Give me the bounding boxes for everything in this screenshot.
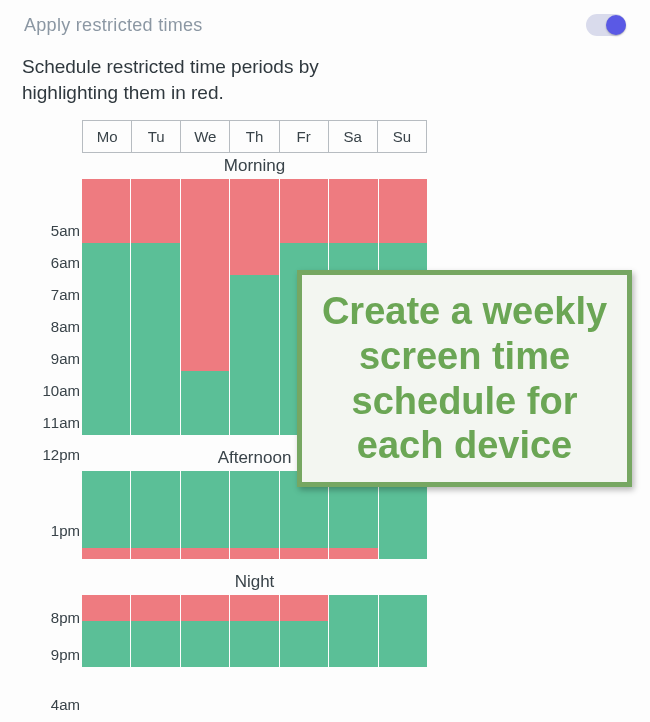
schedule-cell[interactable] xyxy=(131,471,179,482)
day-header[interactable]: Su xyxy=(378,120,427,153)
schedule-cell[interactable] xyxy=(131,548,179,559)
schedule-cell[interactable] xyxy=(329,179,377,211)
schedule-cell[interactable] xyxy=(82,307,130,339)
schedule-cell[interactable] xyxy=(230,537,278,548)
schedule-cell[interactable] xyxy=(280,548,328,559)
schedule-cell[interactable] xyxy=(131,504,179,515)
schedule-cell[interactable] xyxy=(82,471,130,482)
schedule-cell[interactable] xyxy=(230,339,278,371)
schedule-cell[interactable] xyxy=(131,482,179,493)
apply-restricted-toggle[interactable] xyxy=(586,14,626,36)
schedule-cell[interactable] xyxy=(181,482,229,493)
schedule-cell[interactable] xyxy=(82,243,130,275)
schedule-cell[interactable] xyxy=(131,403,179,435)
schedule-cell[interactable] xyxy=(131,179,179,211)
schedule-cell[interactable] xyxy=(329,515,377,526)
schedule-cell[interactable] xyxy=(131,307,179,339)
schedule-cell[interactable] xyxy=(82,403,130,435)
schedule-cell[interactable] xyxy=(329,504,377,515)
schedule-cell[interactable] xyxy=(82,371,130,403)
schedule-cell[interactable] xyxy=(131,595,179,621)
schedule-cell[interactable] xyxy=(379,179,427,211)
day-header[interactable]: Sa xyxy=(329,120,378,153)
schedule-cell[interactable] xyxy=(379,595,427,621)
schedule-cell[interactable] xyxy=(379,211,427,243)
schedule-cell[interactable] xyxy=(82,537,130,548)
schedule-cell[interactable] xyxy=(230,504,278,515)
schedule-cell[interactable] xyxy=(329,493,377,504)
schedule-cell[interactable] xyxy=(280,621,328,667)
schedule-cell[interactable] xyxy=(82,526,130,537)
afternoon-bottom-row[interactable] xyxy=(82,548,427,559)
schedule-cell[interactable] xyxy=(230,275,278,307)
schedule-cell[interactable] xyxy=(230,482,278,493)
day-header[interactable]: Mo xyxy=(82,120,132,153)
schedule-cell[interactable] xyxy=(181,211,229,243)
schedule-cell[interactable] xyxy=(181,504,229,515)
schedule-cell[interactable] xyxy=(181,537,229,548)
day-header[interactable]: Th xyxy=(230,120,279,153)
schedule-cell[interactable] xyxy=(181,515,229,526)
schedule-cell[interactable] xyxy=(82,548,130,559)
schedule-cell[interactable] xyxy=(280,537,328,548)
schedule-cell[interactable] xyxy=(230,595,278,621)
schedule-cell[interactable] xyxy=(230,243,278,275)
schedule-cell[interactable] xyxy=(230,493,278,504)
schedule-cell[interactable] xyxy=(280,515,328,526)
schedule-cell[interactable] xyxy=(82,595,130,621)
schedule-cell[interactable] xyxy=(379,504,427,515)
schedule-cell[interactable] xyxy=(329,621,377,667)
schedule-cell[interactable] xyxy=(82,482,130,493)
schedule-cell[interactable] xyxy=(181,339,229,371)
schedule-cell[interactable] xyxy=(230,526,278,537)
schedule-cell[interactable] xyxy=(181,526,229,537)
schedule-cell[interactable] xyxy=(230,621,278,667)
schedule-cell[interactable] xyxy=(379,537,427,548)
schedule-cell[interactable] xyxy=(329,211,377,243)
schedule-cell[interactable] xyxy=(181,243,229,275)
schedule-cell[interactable] xyxy=(82,339,130,371)
schedule-cell[interactable] xyxy=(82,504,130,515)
schedule-cell[interactable] xyxy=(181,307,229,339)
schedule-cell[interactable] xyxy=(131,621,179,667)
schedule-cell[interactable] xyxy=(131,339,179,371)
schedule-cell[interactable] xyxy=(379,526,427,537)
schedule-cell[interactable] xyxy=(329,526,377,537)
schedule-cell[interactable] xyxy=(131,275,179,307)
schedule-cell[interactable] xyxy=(131,371,179,403)
schedule-cell[interactable] xyxy=(82,621,130,667)
schedule-cell[interactable] xyxy=(280,493,328,504)
schedule-cell[interactable] xyxy=(131,243,179,275)
schedule-cell[interactable] xyxy=(181,275,229,307)
night-grid[interactable] xyxy=(82,595,427,667)
schedule-cell[interactable] xyxy=(181,621,229,667)
schedule-cell[interactable] xyxy=(230,211,278,243)
day-header[interactable]: Tu xyxy=(132,120,181,153)
schedule-cell[interactable] xyxy=(131,515,179,526)
schedule-cell[interactable] xyxy=(230,179,278,211)
schedule-cell[interactable] xyxy=(181,595,229,621)
schedule-cell[interactable] xyxy=(181,471,229,482)
schedule-cell[interactable] xyxy=(181,548,229,559)
schedule-cell[interactable] xyxy=(131,493,179,504)
day-header[interactable]: We xyxy=(181,120,230,153)
schedule-cell[interactable] xyxy=(230,371,278,403)
schedule-cell[interactable] xyxy=(131,526,179,537)
schedule-cell[interactable] xyxy=(131,537,179,548)
schedule-cell[interactable] xyxy=(329,537,377,548)
schedule-cell[interactable] xyxy=(280,211,328,243)
schedule-cell[interactable] xyxy=(230,548,278,559)
schedule-cell[interactable] xyxy=(230,515,278,526)
schedule-cell[interactable] xyxy=(230,471,278,482)
schedule-cell[interactable] xyxy=(181,179,229,211)
schedule-cell[interactable] xyxy=(82,515,130,526)
schedule-cell[interactable] xyxy=(82,179,130,211)
schedule-cell[interactable] xyxy=(181,493,229,504)
schedule-cell[interactable] xyxy=(379,493,427,504)
schedule-cell[interactable] xyxy=(181,403,229,435)
schedule-cell[interactable] xyxy=(131,211,179,243)
schedule-cell[interactable] xyxy=(82,275,130,307)
schedule-cell[interactable] xyxy=(280,179,328,211)
schedule-cell[interactable] xyxy=(379,548,427,559)
schedule-cell[interactable] xyxy=(280,595,328,621)
